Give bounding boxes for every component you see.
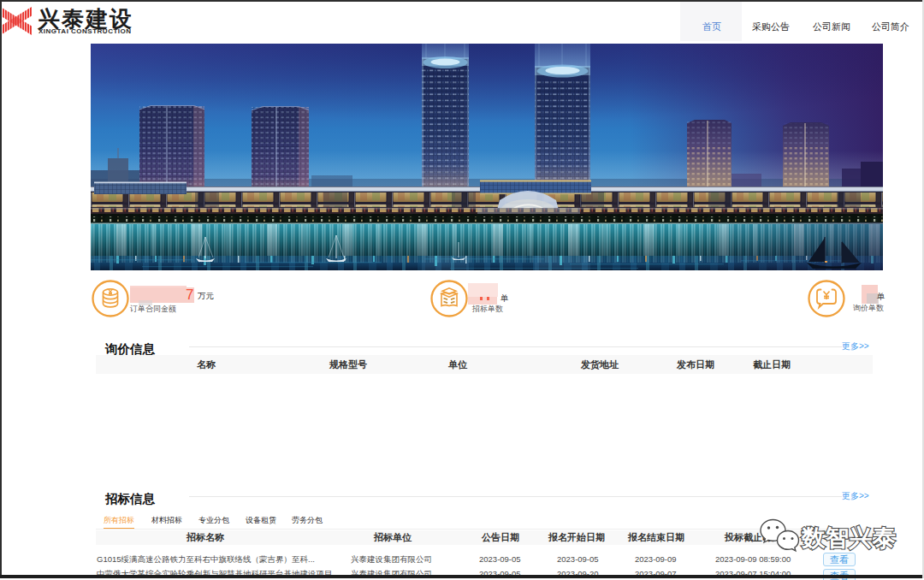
svg-text:数智兴泰: 数智兴泰	[801, 524, 896, 551]
